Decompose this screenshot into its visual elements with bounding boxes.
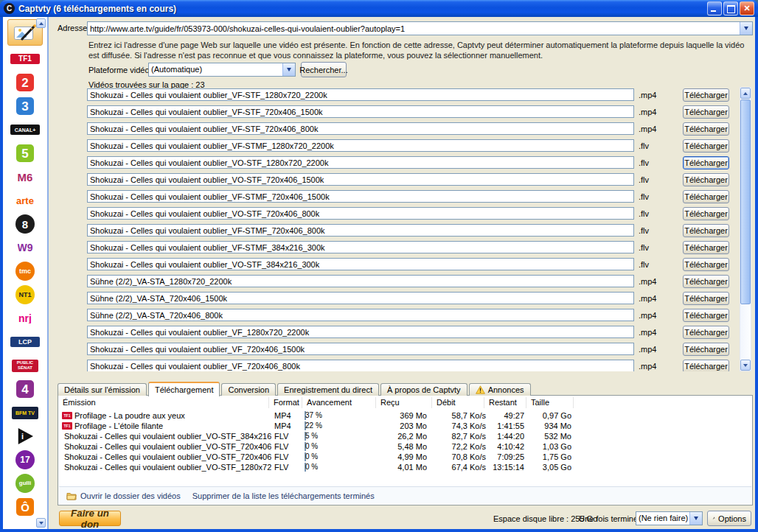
options-button[interactable]: Options [707, 511, 751, 526]
address-input[interactable] [88, 22, 740, 35]
sidebar-channel-item[interactable]: M6 [3, 165, 47, 189]
sidebar-channel-item[interactable]: CANAL+ [3, 118, 47, 141]
donate-button[interactable]: Faire un don [59, 511, 121, 526]
sidebar-channel-item[interactable]: nrj [3, 307, 47, 330]
download-row[interactable]: TF1 Profilage - L'étoile filante MP4 22 … [59, 421, 751, 432]
channel-logo-label: tmc [19, 268, 31, 275]
folder-icon [66, 491, 77, 500]
open-videos-folder-link[interactable]: Ouvrir le dossier des vidéos [66, 491, 181, 500]
sidebar-channel-item[interactable]: PUBLIC SÉNAT [3, 354, 47, 377]
scroll-up-icon[interactable] [740, 88, 751, 99]
download-button[interactable]: Télécharger [683, 139, 729, 153]
video-title-field[interactable] [87, 207, 634, 220]
video-title-field[interactable] [87, 139, 634, 152]
scrollbar-thumb[interactable] [740, 99, 751, 304]
video-extension-label: .mp4 [639, 311, 656, 320]
column-header-taille[interactable]: Taille [528, 397, 574, 408]
download-button[interactable]: Télécharger [683, 190, 729, 203]
download-button[interactable]: Télécharger [683, 156, 729, 169]
sidebar-channel-item[interactable]: arte [3, 189, 47, 212]
download-button[interactable]: Télécharger [683, 309, 729, 322]
video-extension-label: .flv [639, 158, 649, 167]
channel-logo-icon: 4 [16, 380, 34, 398]
video-list-scrollbar[interactable] [740, 87, 751, 371]
tab[interactable]: Enregistrement du direct [277, 383, 379, 396]
video-title-field[interactable] [87, 173, 634, 186]
download-button[interactable]: Télécharger [683, 360, 729, 371]
progress-bar: 0 % [305, 452, 306, 461]
sidebar-channel-item[interactable]: TF1 [3, 47, 47, 71]
platform-dropdown-icon[interactable] [282, 63, 295, 76]
sidebar-channel-item[interactable]: tmc [3, 259, 47, 283]
download-button[interactable]: Télécharger [683, 241, 729, 254]
column-header-emission[interactable]: Émission [60, 397, 269, 408]
download-button[interactable]: Télécharger [683, 173, 729, 186]
main-panel: Adresse : Entrez ici l'adresse d'une pag… [49, 17, 755, 529]
download-row[interactable]: Shokuzai - Celles qui voulaient oublier_… [59, 442, 751, 452]
scroll-down-icon[interactable] [740, 360, 751, 371]
platform-combobox[interactable]: (Automatique) [148, 63, 296, 77]
close-button[interactable] [740, 1, 754, 15]
sidebar-channel-item[interactable]: gulli [3, 472, 47, 495]
download-button[interactable]: Télécharger [683, 292, 729, 305]
column-header-debit[interactable]: Débit [434, 397, 484, 408]
maximize-button[interactable] [723, 1, 738, 15]
video-title-field[interactable] [87, 190, 634, 203]
download-row[interactable]: Shokuzai - Celles qui voulaient oublier_… [59, 463, 751, 473]
on-finish-combobox[interactable]: (Ne rien faire) [636, 511, 703, 525]
sidebar-channel-item[interactable]: i [3, 424, 47, 448]
sidebar-channel-item[interactable]: 2 [3, 71, 47, 94]
tab[interactable]: Conversion [221, 383, 276, 396]
tab[interactable]: Téléchargement [148, 382, 220, 396]
tab[interactable]: Détails sur l'émission [58, 383, 147, 396]
video-title-field[interactable] [87, 258, 634, 270]
video-title-field[interactable] [87, 122, 634, 135]
video-title-field[interactable] [87, 292, 634, 304]
sidebar-channel-item[interactable]: 17 [3, 448, 47, 472]
remove-finished-link[interactable]: Supprimer de la liste les téléchargement… [192, 491, 375, 500]
video-title-field[interactable] [87, 309, 634, 321]
address-dropdown-icon[interactable] [740, 22, 752, 35]
sidebar-channel-item[interactable]: BFM TV [3, 401, 47, 424]
column-header-avancement[interactable]: Avancement [304, 397, 376, 408]
video-title-field[interactable] [87, 88, 634, 101]
minimize-button[interactable] [707, 1, 722, 15]
download-button[interactable]: Télécharger [683, 207, 729, 220]
download-button[interactable]: Télécharger [683, 105, 729, 119]
sidebar-channel-item[interactable]: LCP [3, 330, 47, 354]
download-row[interactable]: Shokuzai - Celles qui voulaient oublier_… [59, 452, 751, 463]
sidebar-channel-item[interactable]: 8 [3, 212, 47, 236]
download-button[interactable]: Télécharger [683, 275, 729, 288]
column-header-format[interactable]: Format [271, 397, 302, 408]
tab[interactable]: À propos de Captvty [380, 383, 467, 396]
download-button[interactable]: Télécharger [683, 224, 729, 237]
column-header-restant[interactable]: Restant [486, 397, 526, 408]
sidebar-scroll-down-icon[interactable] [36, 518, 46, 528]
sidebar-channel-item[interactable]: 3 [3, 94, 47, 118]
tab[interactable]: Annonces [469, 383, 531, 396]
download-button[interactable]: Télécharger [683, 343, 729, 356]
video-title-field[interactable] [87, 105, 634, 118]
video-title-field[interactable] [87, 326, 634, 338]
column-header-recu[interactable]: Reçu [378, 397, 432, 408]
download-button[interactable]: Télécharger [683, 326, 729, 339]
sidebar-channel-item[interactable]: W9 [3, 236, 47, 259]
download-button[interactable]: Télécharger [683, 88, 729, 102]
search-button[interactable]: Rechercher... [301, 62, 347, 77]
video-title-field[interactable] [87, 224, 634, 237]
download-row[interactable]: TF1 Profilage - La poudre aux yeux MP4 3… [59, 411, 751, 421]
sidebar-channel-item[interactable]: NT1 [3, 283, 47, 307]
video-title-field[interactable] [87, 343, 634, 355]
sidebar-channel-item[interactable]: Ô [3, 495, 47, 519]
video-title-field[interactable] [87, 241, 634, 253]
download-button[interactable]: Télécharger [683, 258, 729, 271]
video-title-field[interactable] [87, 360, 634, 371]
sidebar-channel-item[interactable]: 5 [3, 141, 47, 165]
sidebar-scroll-up-icon[interactable] [36, 18, 46, 28]
video-title-field[interactable] [87, 275, 634, 287]
download-row[interactable]: Shokuzai - Celles qui voulaient oublier_… [59, 432, 751, 442]
sidebar-channel-item[interactable]: 4 [3, 377, 47, 401]
on-finish-dropdown-icon[interactable] [689, 512, 702, 525]
video-title-field[interactable] [87, 156, 634, 169]
download-button[interactable]: Télécharger [683, 122, 729, 136]
